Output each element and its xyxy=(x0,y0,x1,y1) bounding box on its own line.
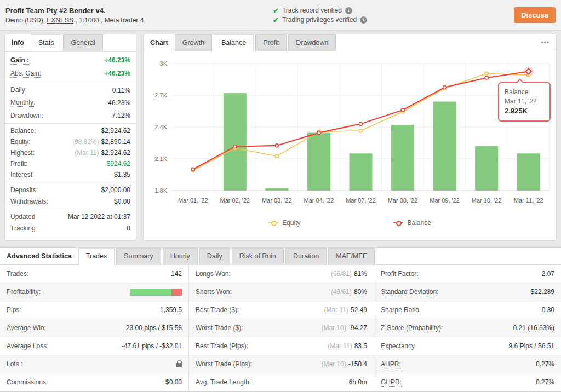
deposits-row: Deposits: $2,000.00 xyxy=(5,184,136,195)
drawdown-row: Drawdown: 7.12% xyxy=(5,109,136,122)
monthly-label[interactable]: Monthly: xyxy=(10,99,35,107)
stats-tabs-label: Advanced Statistics xyxy=(0,248,78,264)
gain-label[interactable]: Gain : xyxy=(10,56,29,65)
tab-profit[interactable]: Profit xyxy=(255,34,287,51)
abs-gain-label[interactable]: Abs. Gain: xyxy=(10,70,41,78)
deposits-value: $2,000.00 xyxy=(101,186,130,194)
advanced-statistics-panel: Advanced Statistics Trades Summary Hourl… xyxy=(0,247,561,392)
lots-row: Lots : xyxy=(0,355,188,373)
daily-label[interactable]: Daily xyxy=(10,86,25,94)
track-record-verified: ✔ Track record verified i xyxy=(273,7,514,15)
daily-bar[interactable] xyxy=(391,125,414,191)
expectancy-label[interactable]: Expectancy xyxy=(381,342,415,350)
ahpr-label[interactable]: AHPR: xyxy=(381,360,401,368)
highest-row: Highest: (Mar 11)$2,924.62 xyxy=(5,147,136,158)
profitability-loss-segment xyxy=(171,289,182,296)
balance-row: Balance: $2,924.62 xyxy=(5,125,136,136)
updated-label: Updated xyxy=(10,213,35,221)
balance-point[interactable] xyxy=(485,76,488,79)
info-tabs-label: Info xyxy=(5,34,31,51)
equity-point[interactable] xyxy=(485,72,488,75)
z-score-label[interactable]: Z-Score (Probability): xyxy=(381,324,443,332)
daily-bar[interactable] xyxy=(307,133,330,191)
average-loss-label: Average Loss: xyxy=(7,342,49,350)
equity-point[interactable] xyxy=(275,154,278,158)
tab-risk-of-ruin[interactable]: Risk of Ruin xyxy=(232,248,284,264)
worst-trade-pips-label: Worst Trade (Pips): xyxy=(196,360,252,368)
best-trade-usd-label: Best Trade ($): xyxy=(196,306,239,314)
legend-balance-label: Balance xyxy=(407,219,431,227)
average-win-value: 23.00 pips / $15.56 xyxy=(126,324,182,332)
worst-trade-usd-amount: -94.27 xyxy=(348,324,367,332)
balance-group: Balance: $2,924.62 Equity: (98.82%)$2,89… xyxy=(5,123,136,182)
tab-drawdown[interactable]: Drawdown xyxy=(288,34,336,51)
avg-trade-length-value: 6h 0m xyxy=(349,378,367,386)
shorts-won-row: Shorts Won: (49/61)80% xyxy=(189,283,374,301)
daily-bar[interactable] xyxy=(517,153,540,191)
equity-value: (98.82%)$2,890.14 xyxy=(72,138,130,146)
z-score-row: Z-Score (Probability): 0.21 (16.63%) xyxy=(374,319,561,337)
best-trade-pips-date: (Mar 11) xyxy=(328,342,352,350)
tracking-row: Tracking 0 xyxy=(5,222,136,234)
broker-link[interactable]: EXNESS xyxy=(47,16,73,24)
stats-col-3: Profit Factor: 2.07 Standard Deviation: … xyxy=(374,265,561,391)
shorts-won-pct: 80% xyxy=(354,288,367,296)
daily-row: Daily 0.11% xyxy=(5,84,136,96)
best-trade-pips-amount: 83.5 xyxy=(354,342,367,350)
tab-duration[interactable]: Duration xyxy=(285,248,327,264)
info-icon[interactable]: i xyxy=(345,7,352,14)
sharpe-ratio-label[interactable]: Sharpe Ratio xyxy=(381,306,419,314)
balance-point[interactable] xyxy=(317,131,320,135)
legend-equity[interactable]: Equity xyxy=(268,219,300,227)
equity-point[interactable] xyxy=(359,129,363,132)
daily-bar[interactable] xyxy=(433,102,456,191)
profit-factor-label[interactable]: Profit Factor: xyxy=(381,270,419,278)
stats-col-1: Trades: 142 Profitability: Pips: 1,359.5… xyxy=(0,265,189,391)
standard-deviation-row: Standard Deviation: $22.289 xyxy=(374,283,561,301)
track-record-verified-label: Track record verified xyxy=(282,7,342,14)
tab-trades[interactable]: Trades xyxy=(78,248,115,265)
ahpr-value: 0.27% xyxy=(536,360,554,368)
tab-summary[interactable]: Summary xyxy=(116,248,161,264)
tab-growth[interactable]: Growth xyxy=(175,34,212,51)
legend-balance[interactable]: Balance xyxy=(393,219,431,227)
ahpr-row: AHPR: 0.27% xyxy=(374,355,561,373)
balance-chart[interactable]: 1.8K2.1K2.4K2.7K3KMar 01, '22Mar 02, '22… xyxy=(144,51,556,215)
ghpr-label[interactable]: GHPR: xyxy=(381,378,402,387)
drawdown-value: 7.12% xyxy=(112,112,130,119)
tab-balance[interactable]: Balance xyxy=(214,34,254,51)
daily-bar[interactable] xyxy=(224,93,247,191)
daily-bar[interactable] xyxy=(265,188,288,191)
abs-gain-value: +46.23% xyxy=(104,70,130,77)
standard-deviation-value: $22.289 xyxy=(531,288,554,296)
tracking-value: 0 xyxy=(127,224,130,232)
balance-point[interactable] xyxy=(275,144,278,147)
balance-point[interactable] xyxy=(401,108,404,112)
chart-canvas[interactable]: 1.8K2.1K2.4K2.7K3KMar 01, '22Mar 02, '22… xyxy=(147,55,553,215)
balance-point[interactable] xyxy=(443,86,446,89)
trading-privileges-verified: ✔ Trading privileges verified i xyxy=(273,16,514,24)
tab-hourly[interactable]: Hourly xyxy=(163,248,198,264)
tab-stats[interactable]: Stats xyxy=(31,34,62,51)
balance-point[interactable] xyxy=(233,145,237,148)
tab-daily[interactable]: Daily xyxy=(199,248,230,264)
tab-general[interactable]: General xyxy=(63,34,102,51)
interest-value: -$1.35 xyxy=(112,171,130,178)
check-icon: ✔ xyxy=(273,7,279,15)
tab-mae-mfe[interactable]: MAE/MFE xyxy=(328,248,375,264)
stats-tabs: Advanced Statistics Trades Summary Hourl… xyxy=(0,248,561,265)
daily-bar[interactable] xyxy=(350,153,373,191)
x-tick-label: Mar 08, '22 xyxy=(388,197,418,204)
chart-menu-icon[interactable]: ••• xyxy=(534,36,556,50)
discuss-button[interactable]: Discuss xyxy=(514,7,556,23)
best-trade-usd-value: (Mar 11)52.49 xyxy=(324,306,367,314)
info-icon[interactable]: i xyxy=(360,16,367,24)
balance-point[interactable] xyxy=(191,168,194,171)
trades-value: 142 xyxy=(171,270,182,278)
best-trade-usd-date: (Mar 11) xyxy=(324,306,348,314)
highest-amount: $2,924.62 xyxy=(101,149,130,157)
longs-won-ratio: (66/81) xyxy=(331,270,352,278)
standard-deviation-label[interactable]: Standard Deviation: xyxy=(381,288,438,296)
daily-bar[interactable] xyxy=(475,146,498,191)
balance-point[interactable] xyxy=(359,122,363,125)
